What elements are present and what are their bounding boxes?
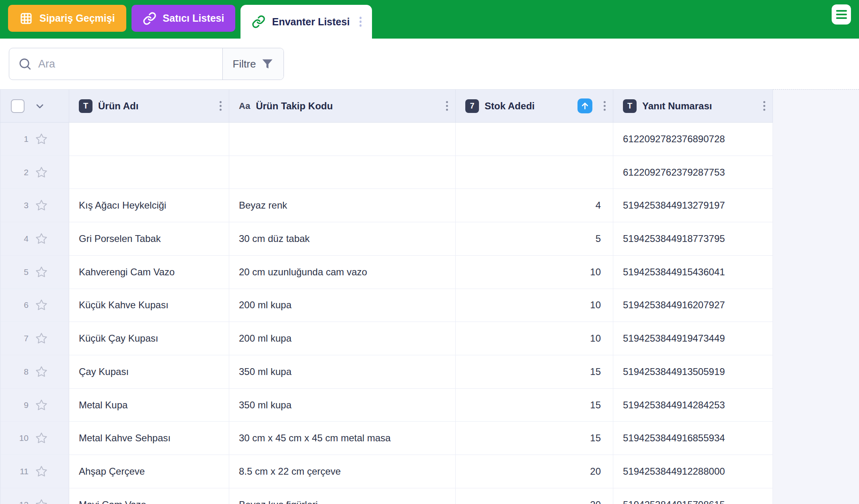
cell-stok-adedi[interactable]: 15 (456, 355, 613, 389)
sort-ascending-button[interactable] (577, 98, 592, 113)
cell-yanit-numarasi[interactable]: 5194253844914284253 (613, 389, 773, 422)
top-bar: Sipariş Geçmişi Satıcı Listesi Envanter … (0, 0, 859, 39)
star-icon[interactable] (35, 332, 48, 345)
cell-urun-takip-kodu[interactable] (229, 123, 456, 156)
cell-text: 20 cm uzunluğunda cam vazo (239, 266, 367, 278)
tab-label: Sipariş Geçmişi (39, 12, 115, 24)
cell-urun-takip-kodu[interactable]: Beyaz renk (229, 189, 456, 222)
cell-urun-takip-kodu[interactable]: 30 cm düz tabak (229, 222, 456, 256)
cell-urun-adi[interactable]: Kış Ağacı Heykelciği (69, 189, 229, 222)
column-menu-dots[interactable] (446, 105, 448, 107)
star-icon[interactable] (35, 166, 48, 179)
text-field-icon: T (79, 99, 92, 113)
star-icon[interactable] (35, 266, 48, 279)
cell-urun-takip-kodu[interactable]: 350 ml kupa (229, 389, 456, 422)
column-header-urun-takip-kodu[interactable]: Aa Ürün Takip Kodu (229, 90, 456, 122)
cell-yanit-numarasi[interactable]: 5194253844915436041 (613, 256, 773, 289)
star-icon[interactable] (35, 465, 48, 478)
cell-text: 5 (596, 233, 601, 244)
cell-stok-adedi[interactable]: 20 (456, 488, 613, 504)
cell-stok-adedi[interactable]: 5 (456, 222, 613, 256)
column-header-yanit-numarasi[interactable]: T Yanıt Numarası (613, 90, 773, 122)
cell-yanit-numarasi[interactable]: 6122092782376890728 (613, 123, 773, 156)
cell-urun-takip-kodu[interactable]: 200 ml kupa (229, 322, 456, 355)
cell-yanit-numarasi[interactable]: 5194253844915708615 (613, 488, 773, 504)
cell-yanit-numarasi[interactable]: 5194253844913505919 (613, 355, 773, 389)
cell-stok-adedi[interactable]: 15 (456, 422, 613, 455)
tab-options-dots[interactable] (360, 20, 362, 23)
column-header-urun-adi[interactable]: T Ürün Adı (69, 90, 229, 122)
grid-icon (19, 12, 33, 25)
tab-label: Satıcı Listesi (163, 12, 224, 24)
cell-urun-adi[interactable]: Küçük Kahve Kupası (69, 289, 229, 322)
star-icon[interactable] (35, 199, 48, 212)
chevron-down-icon[interactable] (34, 100, 45, 112)
cell-stok-adedi[interactable]: 10 (456, 289, 613, 322)
cell-yanit-numarasi[interactable]: 5194253844916855934 (613, 422, 773, 455)
cell-stok-adedi[interactable]: 10 (456, 322, 613, 355)
aa-text-icon: Aa (239, 101, 250, 111)
cell-text: Mavi Cam Vazo (79, 499, 146, 504)
column-label: Ürün Takip Kodu (256, 100, 333, 112)
select-all-checkbox[interactable] (11, 99, 25, 113)
cell-text: 5194253844916207927 (623, 299, 725, 311)
cell-urun-adi[interactable]: Küçük Çay Kupası (69, 322, 229, 355)
row-number: 6 (11, 300, 29, 310)
tab-envanter-listesi[interactable]: Envanter Listesi (240, 5, 372, 39)
cell-yanit-numarasi[interactable]: 5194253844916207927 (613, 289, 773, 322)
cell-text: 5194253844912288000 (623, 466, 725, 477)
cell-urun-adi[interactable]: Çay Kupası (69, 355, 229, 389)
cell-urun-adi[interactable] (69, 156, 229, 189)
cell-urun-adi[interactable]: Ahşap Çerçeve (69, 455, 229, 488)
table-row: 6 Küçük Kahve Kupası 200 ml kupa 10 5194… (0, 289, 773, 322)
row-select-cell: 11 (0, 455, 69, 488)
cell-urun-adi[interactable]: Metal Kahve Sehpası (69, 422, 229, 455)
number-field-icon: 7 (465, 99, 479, 113)
cell-text: 5194253844918773795 (623, 233, 725, 244)
cell-urun-adi[interactable]: Mavi Cam Vazo (69, 488, 229, 504)
cell-stok-adedi[interactable]: 20 (456, 455, 613, 488)
tab-satici-listesi[interactable]: Satıcı Listesi (132, 5, 236, 32)
column-header-stok-adedi[interactable]: 7 Stok Adedi (456, 90, 613, 122)
menu-button[interactable] (832, 4, 851, 25)
star-icon[interactable] (35, 133, 48, 145)
cell-yanit-numarasi[interactable]: 5194253844913279197 (613, 189, 773, 222)
column-menu-dots[interactable] (763, 105, 766, 107)
cell-stok-adedi[interactable] (456, 123, 613, 156)
cell-urun-takip-kodu[interactable] (229, 156, 456, 189)
cell-yanit-numarasi[interactable]: 5194253844919473449 (613, 322, 773, 355)
column-menu-dots[interactable] (220, 105, 222, 107)
cell-stok-adedi[interactable]: 4 (456, 189, 613, 222)
star-icon[interactable] (35, 365, 48, 378)
cell-urun-takip-kodu[interactable]: 20 cm uzunluğunda cam vazo (229, 256, 456, 289)
cell-urun-adi[interactable]: Kahverengi Cam Vazo (69, 256, 229, 289)
cell-yanit-numarasi[interactable]: 6122092762379287753 (613, 156, 773, 189)
cell-urun-takip-kodu[interactable]: 8.5 cm x 22 cm çerçeve (229, 455, 456, 488)
star-icon[interactable] (35, 232, 48, 245)
cell-stok-adedi[interactable] (456, 156, 613, 189)
star-icon[interactable] (35, 399, 48, 412)
star-icon[interactable] (35, 498, 48, 504)
star-icon[interactable] (35, 299, 48, 311)
cell-urun-takip-kodu[interactable]: 350 ml kupa (229, 355, 456, 389)
filter-button[interactable]: Filtre (222, 48, 284, 80)
cell-stok-adedi[interactable]: 10 (456, 256, 613, 289)
cell-text: Beyaz kuş figürleri (239, 499, 318, 504)
cell-urun-takip-kodu[interactable]: 30 cm x 45 cm x 45 cm metal masa (229, 422, 456, 455)
cell-yanit-numarasi[interactable]: 5194253844918773795 (613, 222, 773, 256)
tab-siparis-gecmisi[interactable]: Sipariş Geçmişi (8, 5, 126, 32)
cell-urun-adi[interactable]: Gri Porselen Tabak (69, 222, 229, 256)
cell-urun-takip-kodu[interactable]: Beyaz kuş figürleri (229, 488, 456, 504)
search-input[interactable] (38, 58, 222, 70)
cell-text: 8.5 cm x 22 cm çerçeve (239, 466, 341, 477)
cell-urun-adi[interactable]: Metal Kupa (69, 389, 229, 422)
star-icon[interactable] (35, 432, 48, 445)
hamburger-icon (836, 14, 847, 16)
cell-urun-adi[interactable] (69, 123, 229, 156)
cell-urun-takip-kodu[interactable]: 200 ml kupa (229, 289, 456, 322)
cell-text: 15 (590, 432, 601, 444)
column-menu-dots[interactable] (604, 105, 606, 107)
cell-stok-adedi[interactable]: 15 (456, 389, 613, 422)
row-number: 5 (11, 267, 29, 277)
cell-yanit-numarasi[interactable]: 5194253844912288000 (613, 455, 773, 488)
